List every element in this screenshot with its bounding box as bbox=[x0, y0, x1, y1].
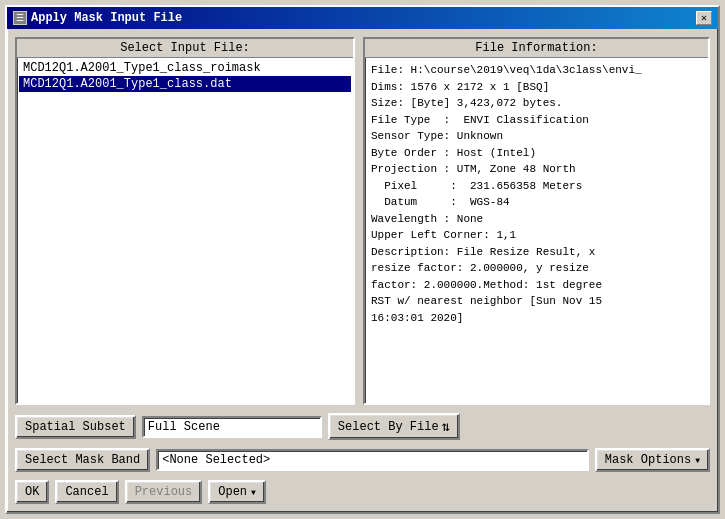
close-button[interactable]: ✕ bbox=[696, 11, 712, 25]
spatial-subset-button[interactable]: Spatial Subset bbox=[15, 415, 136, 439]
main-window: ☰ Apply Mask Input File ✕ Select Input F… bbox=[5, 5, 720, 514]
window-content: Select Input File: MCD12Q1.A2001_Type1_c… bbox=[7, 29, 718, 512]
title-bar: ☰ Apply Mask Input File ✕ bbox=[7, 7, 718, 29]
bottom-buttons: OK Cancel Previous Open ▼ bbox=[15, 480, 710, 504]
left-panel: Select Input File: MCD12Q1.A2001_Type1_c… bbox=[15, 37, 355, 405]
right-panel: File Information: File: H:\course\2019\v… bbox=[363, 37, 710, 405]
spatial-subset-field: Full Scene bbox=[142, 416, 322, 438]
right-panel-header: File Information: bbox=[365, 39, 708, 58]
file-list[interactable]: MCD12Q1.A2001_Type1_class_roimask MCD12Q… bbox=[17, 58, 353, 403]
select-by-file-button[interactable]: Select By File ⇅ bbox=[328, 413, 460, 440]
open-button[interactable]: Open ▼ bbox=[208, 480, 266, 504]
mask-options-arrow: ▼ bbox=[695, 456, 700, 465]
file-info-text: File: H:\course\2019\veq\1da\3class\envi… bbox=[365, 58, 708, 330]
window-icon: ☰ bbox=[13, 11, 27, 25]
ok-button[interactable]: OK bbox=[15, 480, 49, 504]
file-item-1[interactable]: MCD12Q1.A2001_Type1_class.dat bbox=[19, 76, 351, 92]
panels-container: Select Input File: MCD12Q1.A2001_Type1_c… bbox=[15, 37, 710, 405]
left-panel-header: Select Input File: bbox=[17, 39, 353, 58]
mask-row: Select Mask Band <None Selected> Mask Op… bbox=[15, 448, 710, 472]
select-by-file-icon: ⇅ bbox=[442, 418, 450, 435]
mask-options-button[interactable]: Mask Options ▼ bbox=[595, 448, 710, 472]
cancel-button[interactable]: Cancel bbox=[55, 480, 118, 504]
previous-button[interactable]: Previous bbox=[125, 480, 203, 504]
open-arrow: ▼ bbox=[251, 488, 256, 497]
title-bar-left: ☰ Apply Mask Input File bbox=[13, 11, 182, 25]
file-item-0[interactable]: MCD12Q1.A2001_Type1_class_roimask bbox=[19, 60, 351, 76]
mask-field: <None Selected> bbox=[156, 449, 589, 471]
spatial-subset-row: Spatial Subset Full Scene Select By File… bbox=[15, 413, 710, 440]
window-title: Apply Mask Input File bbox=[31, 11, 182, 25]
select-mask-band-button[interactable]: Select Mask Band bbox=[15, 448, 150, 472]
